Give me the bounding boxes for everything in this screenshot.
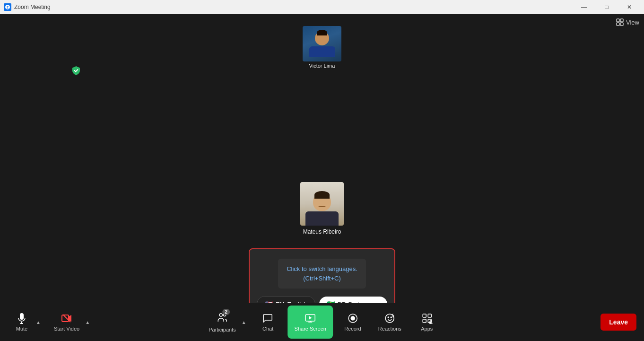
mute-label: Mute xyxy=(16,326,27,332)
tooltip-line1: Click to switch languages. xyxy=(287,264,357,274)
view-label: View xyxy=(626,19,639,26)
apps-label: Apps xyxy=(421,326,433,332)
svg-text:Z: Z xyxy=(7,6,9,9)
apps-button[interactable]: Apps xyxy=(413,306,441,339)
share-screen-button[interactable]: Share Screen xyxy=(288,306,333,339)
mateus-thumb xyxy=(300,182,344,226)
reactions-button[interactable]: Reactions xyxy=(373,306,407,339)
start-video-label: Start Video xyxy=(54,326,79,332)
meeting-area: View Victor Lima xyxy=(0,14,644,317)
svg-marker-16 xyxy=(309,316,312,320)
participants-count: 2 xyxy=(222,309,230,315)
toolbar-center: 2 Participants ▲ Chat Share Screen xyxy=(203,306,441,339)
participants-label: Participants xyxy=(209,327,235,332)
record-label: Record xyxy=(344,326,361,332)
language-tooltip: Click to switch languages. (Ctrl+Shift+C… xyxy=(278,259,366,289)
victor-video-tile: Victor Lima xyxy=(303,26,341,69)
participants-button[interactable]: 2 Participants xyxy=(203,306,241,339)
mute-button[interactable]: Mute xyxy=(8,306,36,339)
app-icon: Z xyxy=(4,3,11,11)
toolbar: Mute ▲ Start Video ▲ 2 xyxy=(0,303,644,341)
view-button[interactable]: View xyxy=(616,18,639,26)
mute-caret[interactable]: ▲ xyxy=(34,318,43,327)
minimize-button[interactable]: — xyxy=(573,0,595,14)
share-screen-label: Share Screen xyxy=(295,326,326,332)
start-video-button[interactable]: Start Video xyxy=(48,306,85,339)
close-button[interactable]: ✕ xyxy=(618,0,640,14)
svg-rect-2 xyxy=(617,19,619,22)
victor-thumb xyxy=(303,26,341,61)
mateus-name-label: Mateus Ribeiro xyxy=(303,228,341,235)
video-caret[interactable]: ▲ xyxy=(83,318,92,327)
toolbar-right: Leave xyxy=(600,314,636,331)
svg-rect-23 xyxy=(428,314,431,317)
window-title: Zoom Meeting xyxy=(14,4,51,10)
chat-button[interactable]: Chat xyxy=(254,306,282,339)
svg-rect-4 xyxy=(617,23,619,26)
svg-point-18 xyxy=(351,316,355,320)
victor-name-label: Victor Lima xyxy=(309,63,335,69)
svg-point-11 xyxy=(219,314,222,316)
svg-rect-3 xyxy=(620,19,623,22)
svg-rect-8 xyxy=(62,315,69,322)
titlebar: Z Zoom Meeting — □ ✕ xyxy=(0,0,644,14)
toolbar-left: Mute ▲ Start Video ▲ xyxy=(8,306,92,339)
record-button[interactable]: Record xyxy=(339,306,367,339)
svg-rect-22 xyxy=(423,314,426,317)
tooltip-line2: (Ctrl+Shift+C) xyxy=(287,274,357,283)
svg-rect-5 xyxy=(620,23,623,26)
participants-caret[interactable]: ▲ xyxy=(240,318,248,327)
reactions-label: Reactions xyxy=(378,326,401,332)
titlebar-left: Z Zoom Meeting xyxy=(4,3,51,11)
window-controls[interactable]: — □ ✕ xyxy=(573,0,640,14)
security-shield-icon xyxy=(71,65,81,76)
leave-button[interactable]: Leave xyxy=(600,314,636,331)
mateus-video-tile: Mateus Ribeiro xyxy=(300,182,344,235)
svg-point-20 xyxy=(388,317,389,318)
svg-rect-24 xyxy=(423,319,426,323)
svg-point-21 xyxy=(391,317,392,318)
svg-point-19 xyxy=(385,314,394,323)
chat-label: Chat xyxy=(262,326,273,332)
maximize-button[interactable]: □ xyxy=(596,0,618,14)
